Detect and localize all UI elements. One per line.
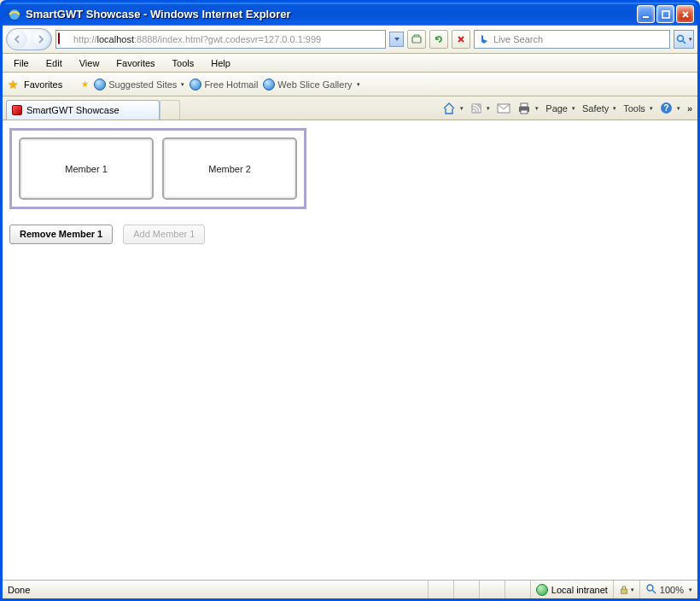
chevron-down-icon: ▾ bbox=[631, 586, 634, 593]
feeds-button[interactable]: ▾ bbox=[470, 102, 490, 114]
member-1-box: Member 1 bbox=[19, 137, 154, 200]
command-bar: ▾ ▾ ▾ Page▾ Safety▾ Tools▾ ? ▾ bbox=[442, 102, 694, 115]
title-bar[interactable]: SmartGWT Showcase - Windows Internet Exp… bbox=[3, 3, 697, 26]
tab-strip: SmartGWT Showcase ▾ ▾ ▾ bbox=[3, 96, 697, 120]
protected-mode[interactable]: ▾ bbox=[613, 581, 639, 598]
menu-edit[interactable]: Edit bbox=[38, 56, 70, 70]
menu-file[interactable]: File bbox=[6, 56, 37, 70]
magnifier-icon bbox=[645, 583, 656, 596]
help-button[interactable]: ? ▾ bbox=[660, 102, 680, 114]
page-content: Member 1 Member 2 Remove Member 1 Add Me… bbox=[3, 120, 697, 580]
chevron-down-icon: ▾ bbox=[689, 36, 692, 43]
ie-logo-icon bbox=[8, 8, 21, 21]
menu-tools[interactable]: Tools bbox=[165, 56, 202, 70]
favorites-bar: ★ Favorites ★ Suggested Sites ▾ Free Hot… bbox=[3, 73, 697, 96]
add-member-1-button: Add Member 1 bbox=[123, 225, 205, 244]
toolbar-overflow-button[interactable]: » bbox=[687, 103, 692, 114]
svg-rect-10 bbox=[521, 110, 528, 114]
member-2-label: Member 2 bbox=[208, 164, 251, 174]
svg-rect-2 bbox=[662, 11, 669, 18]
home-button[interactable]: ▾ bbox=[442, 102, 464, 115]
print-button[interactable]: ▾ bbox=[517, 102, 539, 114]
address-bar[interactable]: http://localhost:8888/index.html?gwt.cod… bbox=[55, 30, 386, 49]
minimize-button[interactable] bbox=[637, 5, 655, 23]
member-2-box: Member 2 bbox=[162, 137, 297, 200]
close-button[interactable] bbox=[676, 5, 694, 23]
ie-page-icon bbox=[190, 79, 201, 90]
button-row: Remove Member 1 Add Member 1 bbox=[9, 225, 691, 244]
suggested-sites-link[interactable]: Suggested Sites ▾ bbox=[94, 79, 184, 90]
status-bar: Done Local intranet ▾ 100% ▾ bbox=[3, 580, 697, 598]
page-menu[interactable]: Page▾ bbox=[545, 103, 575, 114]
zoom-level: 100% bbox=[660, 585, 684, 595]
svg-rect-1 bbox=[643, 16, 649, 18]
bing-icon bbox=[478, 33, 490, 45]
web-slice-gallery-link[interactable]: Web Slice Gallery ▾ bbox=[263, 79, 359, 90]
search-placeholder: Live Search bbox=[493, 34, 543, 44]
chevron-down-icon: ▾ bbox=[357, 81, 360, 88]
add-favorite-star-icon[interactable]: ★ bbox=[81, 79, 89, 89]
ie-page-icon bbox=[263, 79, 275, 90]
back-forward-cluster bbox=[6, 28, 52, 50]
maximize-button[interactable] bbox=[656, 5, 674, 23]
zone-globe-icon bbox=[536, 584, 548, 596]
safety-menu[interactable]: Safety▾ bbox=[582, 103, 616, 114]
svg-rect-9 bbox=[521, 103, 528, 107]
svg-text:?: ? bbox=[663, 103, 668, 113]
status-spacer bbox=[479, 581, 505, 598]
member-1-label: Member 1 bbox=[65, 164, 108, 174]
chevron-down-icon: ▾ bbox=[677, 105, 680, 112]
tab-favicon-icon bbox=[12, 105, 22, 115]
menu-bar: File Edit View Favorites Tools Help bbox=[3, 54, 697, 73]
site-favicon-icon bbox=[58, 33, 70, 45]
window-title: SmartGWT Showcase - Windows Internet Exp… bbox=[26, 8, 637, 20]
tools-menu[interactable]: Tools▾ bbox=[623, 103, 653, 114]
search-box[interactable]: Live Search bbox=[474, 30, 670, 49]
remove-member-1-button[interactable]: Remove Member 1 bbox=[9, 225, 113, 244]
menu-help[interactable]: Help bbox=[203, 56, 238, 70]
address-dropdown-button[interactable] bbox=[389, 32, 404, 47]
refresh-button[interactable] bbox=[429, 30, 448, 49]
url-text: http://localhost:8888/index.html?gwt.cod… bbox=[73, 34, 383, 44]
window-buttons bbox=[637, 5, 694, 23]
menu-favorites[interactable]: Favorites bbox=[108, 56, 162, 70]
svg-point-4 bbox=[678, 36, 684, 42]
status-spacer bbox=[505, 581, 530, 598]
ie-page-icon bbox=[94, 79, 106, 90]
lock-icon bbox=[619, 585, 629, 595]
security-zone[interactable]: Local intranet bbox=[530, 581, 613, 598]
status-text: Done bbox=[3, 581, 428, 598]
navigation-toolbar: http://localhost:8888/index.html?gwt.cod… bbox=[3, 26, 697, 54]
status-spacer bbox=[453, 581, 479, 598]
read-mail-button[interactable] bbox=[497, 103, 510, 114]
chevron-down-icon: ▾ bbox=[535, 105, 539, 112]
back-button[interactable] bbox=[9, 30, 27, 49]
compatibility-view-button[interactable] bbox=[407, 30, 426, 49]
chevron-down-icon: ▾ bbox=[181, 81, 184, 88]
stop-button[interactable] bbox=[452, 30, 470, 49]
status-spacer bbox=[428, 581, 453, 598]
zoom-control[interactable]: 100% ▾ bbox=[639, 581, 697, 598]
favorites-star-icon[interactable]: ★ bbox=[8, 78, 19, 91]
search-go-button[interactable]: ▾ bbox=[674, 30, 694, 49]
chevron-down-icon: ▾ bbox=[487, 105, 490, 112]
tab-title: SmartGWT Showcase bbox=[26, 105, 120, 115]
chevron-down-icon: ▾ bbox=[689, 586, 692, 593]
favorites-label[interactable]: Favorites bbox=[24, 79, 62, 90]
svg-rect-13 bbox=[621, 589, 627, 593]
layout-container: Member 1 Member 2 bbox=[9, 128, 306, 209]
svg-point-14 bbox=[647, 585, 653, 591]
free-hotmail-link[interactable]: Free Hotmail bbox=[190, 79, 258, 90]
svg-rect-3 bbox=[412, 37, 421, 43]
chevron-down-icon: ▾ bbox=[460, 105, 464, 112]
new-tab-button[interactable] bbox=[160, 100, 180, 120]
menu-view[interactable]: View bbox=[72, 56, 108, 70]
active-tab[interactable]: SmartGWT Showcase bbox=[6, 100, 160, 120]
svg-point-6 bbox=[473, 109, 475, 112]
client-area: http://localhost:8888/index.html?gwt.cod… bbox=[3, 26, 697, 598]
tabs-container: SmartGWT Showcase bbox=[6, 96, 180, 120]
forward-button[interactable] bbox=[31, 30, 50, 49]
ie-window: SmartGWT Showcase - Windows Internet Exp… bbox=[0, 0, 700, 601]
